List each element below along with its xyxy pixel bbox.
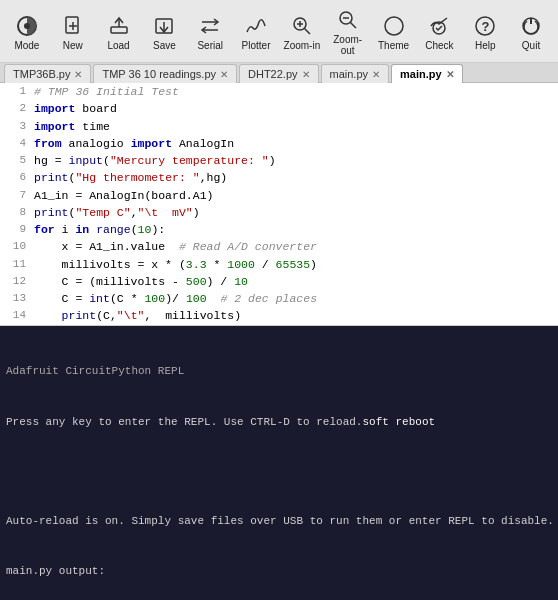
help-label: Help <box>475 40 496 51</box>
plotter-button[interactable]: Plotter <box>235 10 277 53</box>
new-label: New <box>63 40 83 51</box>
line-num-7: 7 <box>4 187 26 204</box>
console-line-3: main.py output: <box>6 563 552 580</box>
svg-point-16 <box>385 17 403 35</box>
svg-line-10 <box>304 28 310 34</box>
quit-icon <box>517 12 545 40</box>
plotter-label: Plotter <box>242 40 271 51</box>
line-num-9: 9 <box>4 221 26 238</box>
line-num-8: 8 <box>4 204 26 221</box>
mode-label: Mode <box>14 40 39 51</box>
tab-main2[interactable]: main.py ✕ <box>391 64 463 83</box>
code-line-11: 11 millivolts = x * (3.3 * 1000 / 65535) <box>0 256 558 273</box>
code-line-7: 7 A1_in = AnalogIn(board.A1) <box>0 187 558 204</box>
tab-bar: TMP36B.py ✕ TMP 36 10 readings.py ✕ DHT2… <box>0 63 558 83</box>
svg-line-14 <box>350 23 356 29</box>
code-line-10: 10 x = A1_in.value # Read A/D converter <box>0 238 558 255</box>
line-5-content: hg = input("Mercury temperature: ") <box>34 152 276 169</box>
serial-label: Serial <box>197 40 223 51</box>
zoom-out-label: Zoom-out <box>329 34 367 56</box>
code-line-6: 6 print("Hg thermometer: ",hg) <box>0 169 558 186</box>
line-num-14: 14 <box>4 307 26 324</box>
tab-main2-close[interactable]: ✕ <box>446 69 454 80</box>
code-line-12: 12 C = (millivolts - 500) / 10 <box>0 273 558 290</box>
line-10-content: x = A1_in.value # Read A/D converter <box>34 238 317 255</box>
code-line-8: 8 print("Temp C","\t mV") <box>0 204 558 221</box>
check-icon <box>425 12 453 40</box>
code-line-4: 4 from analogio import AnalogIn <box>0 135 558 152</box>
help-icon: ? <box>471 12 499 40</box>
tab-tmp36b[interactable]: TMP36B.py ✕ <box>4 64 91 83</box>
tab-dht22[interactable]: DHT22.py ✕ <box>239 64 319 83</box>
serial-icon <box>196 12 224 40</box>
console-line-2: Auto-reload is on. Simply save files ove… <box>6 513 552 530</box>
line-3-content: import time <box>34 118 110 135</box>
console-spacer-1 <box>6 464 552 481</box>
mode-button[interactable]: Mode <box>6 10 48 53</box>
zoom-out-icon <box>334 6 362 34</box>
new-icon <box>59 12 87 40</box>
line-4-content: from analogio import AnalogIn <box>34 135 234 152</box>
line-9-content: for i in range(10): <box>34 221 165 238</box>
console-header: Adafruit CircuitPython REPL <box>6 363 552 380</box>
load-icon <box>105 12 133 40</box>
code-line-14: 14 print(C,"\t", millivolts) <box>0 307 558 324</box>
svg-text:?: ? <box>482 19 490 34</box>
line-num-5: 5 <box>4 152 26 169</box>
line-num-12: 12 <box>4 273 26 290</box>
help-button[interactable]: ? Help <box>464 10 506 53</box>
tab-dht22-label: DHT22.py <box>248 68 298 80</box>
code-line-13: 13 C = int(C * 100)/ 100 # 2 dec places <box>0 290 558 307</box>
code-editor[interactable]: 1 # TMP 36 Initial Test 2 import board 3… <box>0 83 558 326</box>
tab-tmp36b-close[interactable]: ✕ <box>74 69 82 80</box>
zoom-in-button[interactable]: Zoom-in <box>281 10 323 53</box>
line-2-content: import board <box>34 100 117 117</box>
line-1-content: # TMP 36 Initial Test <box>34 83 179 100</box>
console-area[interactable]: Adafruit CircuitPython REPL Press any ke… <box>0 326 558 601</box>
line-num-2: 2 <box>4 100 26 117</box>
line-14-content: print(C,"\t", millivolts) <box>34 307 241 324</box>
svg-point-1 <box>24 23 30 29</box>
tab-dht22-close[interactable]: ✕ <box>302 69 310 80</box>
code-line-1: 1 # TMP 36 Initial Test <box>0 83 558 100</box>
save-icon <box>150 12 178 40</box>
mode-icon <box>13 12 41 40</box>
tab-main1-label: main.py <box>330 68 369 80</box>
new-button[interactable]: New <box>52 10 94 53</box>
code-line-9: 9 for i in range(10): <box>0 221 558 238</box>
quit-button[interactable]: Quit <box>510 10 552 53</box>
save-button[interactable]: Save <box>143 10 185 53</box>
line-num-1: 1 <box>4 83 26 100</box>
line-7-content: A1_in = AnalogIn(board.A1) <box>34 187 213 204</box>
svg-rect-2 <box>66 17 78 33</box>
main-content: 1 # TMP 36 Initial Test 2 import board 3… <box>0 83 558 600</box>
line-6-content: print("Hg thermometer: ",hg) <box>34 169 227 186</box>
check-button[interactable]: Check <box>418 10 460 53</box>
line-11-content: millivolts = x * (3.3 * 1000 / 65535) <box>34 256 317 273</box>
line-num-3: 3 <box>4 118 26 135</box>
line-12-content: C = (millivolts - 500) / 10 <box>34 273 248 290</box>
code-line-2: 2 import board <box>0 100 558 117</box>
code-line-5: 5 hg = input("Mercury temperature: ") <box>0 152 558 169</box>
tab-main1-close[interactable]: ✕ <box>372 69 380 80</box>
tab-tmp36-readings[interactable]: TMP 36 10 readings.py ✕ <box>93 64 237 83</box>
theme-button[interactable]: Theme <box>373 10 415 53</box>
line-13-content: C = int(C * 100)/ 100 # 2 dec places <box>34 290 317 307</box>
serial-button[interactable]: Serial <box>189 10 231 53</box>
svg-rect-5 <box>111 27 127 33</box>
tab-tmp36-readings-close[interactable]: ✕ <box>220 69 228 80</box>
quit-label: Quit <box>522 40 540 51</box>
load-label: Load <box>107 40 129 51</box>
line-num-13: 13 <box>4 290 26 307</box>
theme-label: Theme <box>378 40 409 51</box>
toolbar: Mode New Load <box>0 0 558 63</box>
zoom-out-button[interactable]: Zoom-out <box>327 4 369 58</box>
zoom-in-label: Zoom-in <box>284 40 321 51</box>
code-line-3: 3 import time <box>0 118 558 135</box>
tab-main1[interactable]: main.py ✕ <box>321 64 390 83</box>
console-line-1: Press any key to enter the REPL. Use CTR… <box>6 414 552 431</box>
load-button[interactable]: Load <box>98 10 140 53</box>
line-num-11: 11 <box>4 256 26 273</box>
tab-tmp36b-label: TMP36B.py <box>13 68 70 80</box>
tab-tmp36-readings-label: TMP 36 10 readings.py <box>102 68 216 80</box>
